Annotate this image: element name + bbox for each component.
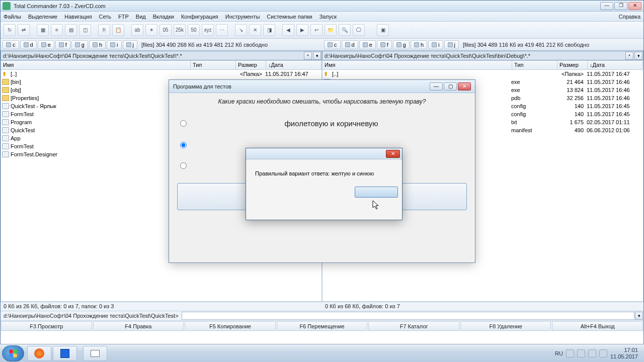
f6-button[interactable]: F6 Перемещение: [277, 321, 368, 331]
tray-lang[interactable]: RU: [555, 350, 563, 356]
maximize-button[interactable]: ❐: [614, 2, 627, 10]
dlg-maximize-button[interactable]: ▢: [444, 82, 457, 90]
tool-desktop-icon[interactable]: 🖵: [353, 24, 365, 36]
path-right-down-icon[interactable]: ▾: [634, 52, 642, 60]
drive-h-right[interactable]: h: [411, 40, 427, 49]
menu-ftp[interactable]: FTP: [118, 14, 129, 20]
menu-view[interactable]: Вид: [136, 14, 146, 20]
col-size[interactable]: Размер: [557, 61, 588, 69]
tray-volume-icon[interactable]: [588, 349, 596, 357]
menu-tools[interactable]: Инструменты: [225, 14, 260, 20]
tool-calc-icon[interactable]: ▣: [377, 24, 389, 36]
col-type[interactable]: Тип: [512, 61, 557, 69]
drive-g-left[interactable]: g: [71, 40, 88, 49]
tool-star-icon[interactable]: ✶: [145, 24, 157, 36]
f7-button[interactable]: F7 Каталог: [368, 321, 459, 331]
col-type[interactable]: Тип: [191, 61, 236, 69]
f4-button[interactable]: F4 Правка: [93, 321, 184, 331]
drive-d-right[interactable]: d: [342, 40, 358, 49]
tool-folder-icon[interactable]: 📁: [325, 24, 337, 36]
menu-help[interactable]: Справка: [619, 14, 640, 20]
menu-nav[interactable]: Навигация: [64, 14, 92, 20]
drive-g-right[interactable]: g: [393, 40, 410, 49]
tool-arrow-icon[interactable]: ↘: [235, 24, 247, 36]
tool-back-icon[interactable]: ◀: [282, 24, 294, 36]
close-button[interactable]: ✕: [628, 2, 641, 10]
col-name[interactable]: Имя: [1, 61, 191, 69]
tray-network-icon[interactable]: [577, 349, 585, 357]
drive-c-left[interactable]: c: [3, 40, 19, 49]
cmd-down-icon[interactable]: ▾: [635, 312, 643, 320]
tool-sync-icon[interactable]: ⇄: [18, 24, 30, 36]
minimize-button[interactable]: —: [600, 2, 613, 10]
path-left[interactable]: d:\Наноигры\НаноСофт\04 Прохождение тест…: [1, 51, 322, 60]
path-left-down-icon[interactable]: ▾: [313, 52, 321, 60]
menu-files[interactable]: Файлы: [4, 14, 21, 20]
tool-split-icon[interactable]: ◨: [263, 24, 275, 36]
tool-home-icon[interactable]: ↩: [310, 24, 323, 36]
tool-tree-icon[interactable]: ▤: [65, 24, 77, 36]
tool-refresh-icon[interactable]: ↻: [4, 24, 16, 36]
f3-button[interactable]: F3 Просмотр: [1, 321, 92, 331]
tray-signal-icon[interactable]: [599, 349, 607, 357]
list-item[interactable]: ⬆[..]<Папка>11.05.2017 16:47: [1, 70, 321, 78]
menu-net[interactable]: Сеть: [99, 14, 111, 20]
msgbox-close-button[interactable]: ✕: [386, 150, 400, 158]
drive-e-left[interactable]: e: [38, 40, 54, 49]
f5-button[interactable]: F5 Копирование: [185, 321, 276, 331]
msgbox-ok-button[interactable]: [355, 187, 398, 198]
tool-paste-icon[interactable]: 📋: [112, 24, 124, 36]
drive-e-right[interactable]: e: [359, 40, 376, 49]
tool-copy-icon[interactable]: ⎘: [98, 24, 110, 36]
col-size[interactable]: Размер: [236, 61, 266, 69]
menu-run[interactable]: Запуск: [319, 14, 337, 20]
drive-h-left[interactable]: h: [89, 40, 106, 49]
drive-f-right[interactable]: f: [377, 40, 392, 49]
start-button[interactable]: [2, 345, 24, 361]
tool-xyz-icon[interactable]: xyz: [202, 24, 214, 36]
tool-search-icon[interactable]: 🔍: [339, 24, 351, 36]
test-option-1[interactable]: фиолетовую и коричневую: [180, 119, 468, 128]
col-date[interactable]: ↓Дата: [588, 61, 643, 69]
tray-flag-icon[interactable]: [566, 349, 574, 357]
radio-opt2[interactable]: [180, 142, 187, 148]
tool-fwd-icon[interactable]: ▶: [296, 24, 308, 36]
menu-select[interactable]: Выделение: [28, 14, 57, 20]
tool-x-icon[interactable]: ✕: [249, 24, 261, 36]
menu-config[interactable]: Конфигурация: [181, 14, 218, 20]
tray-clock[interactable]: 17:01 11.05.2017: [610, 347, 638, 360]
altf4-button[interactable]: Alt+F4 Выход: [552, 321, 643, 331]
dlg-close-button[interactable]: ✕: [458, 82, 471, 90]
tool-25k-icon[interactable]: 25k: [174, 24, 186, 36]
drive-j-left[interactable]: j: [123, 40, 137, 49]
taskbar-firefox[interactable]: [27, 346, 51, 361]
radio-opt3[interactable]: [180, 162, 187, 169]
drive-d-left[interactable]: d: [20, 40, 37, 49]
tool-panels-icon[interactable]: ◫: [79, 24, 91, 36]
cmd-input[interactable]: [182, 312, 634, 320]
f8-button[interactable]: F8 Удаление: [460, 321, 551, 331]
tool-num-icon[interactable]: 05: [159, 24, 172, 36]
menu-tabs[interactable]: Вкладки: [153, 14, 174, 20]
radio-opt1[interactable]: [180, 120, 187, 127]
tool-50-icon[interactable]: 50: [188, 24, 200, 36]
list-item[interactable]: ⬆[..]<Папка>11.05.2017 16:47: [323, 70, 643, 78]
col-date[interactable]: ↓Дата: [266, 61, 321, 69]
dlg-minimize-button[interactable]: —: [430, 82, 443, 90]
drive-i-left[interactable]: i: [107, 40, 121, 49]
tool-grid-icon[interactable]: ▦: [37, 24, 49, 36]
path-right-star-icon[interactable]: *: [625, 52, 633, 60]
tool-list-icon[interactable]: ≡: [51, 24, 63, 36]
menu-sysfolders[interactable]: Системные папки: [267, 14, 312, 20]
drive-j-right[interactable]: j: [444, 40, 459, 49]
tool-abx-icon[interactable]: ab: [131, 24, 143, 36]
taskbar-app[interactable]: [83, 346, 107, 361]
path-left-star-icon[interactable]: *: [304, 52, 312, 60]
drive-f-left[interactable]: f: [55, 40, 70, 49]
tool-dots-icon[interactable]: ⋯: [216, 24, 228, 36]
path-right[interactable]: d:\Наноигры\НаноСофт\04 Прохождение тест…: [322, 51, 643, 60]
drive-i-right[interactable]: i: [428, 40, 443, 49]
drive-c-right[interactable]: c: [324, 40, 341, 49]
taskbar-save[interactable]: [53, 346, 77, 361]
col-name[interactable]: Имя: [323, 61, 512, 69]
